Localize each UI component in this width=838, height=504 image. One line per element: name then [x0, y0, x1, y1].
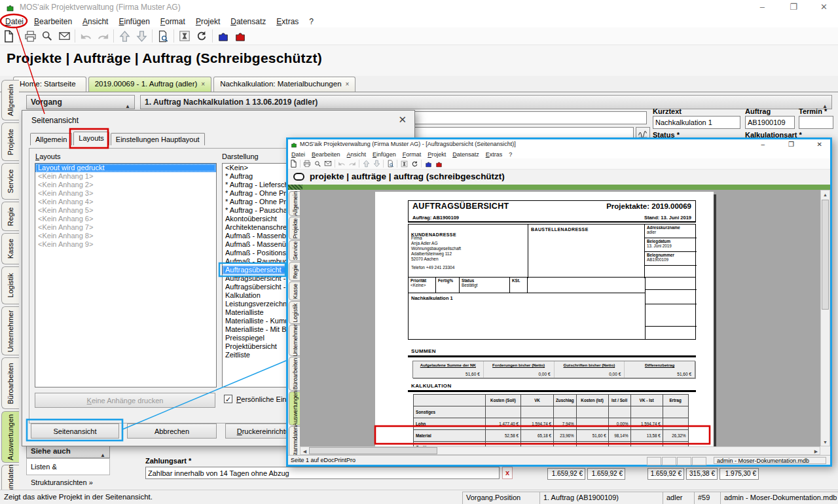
print-preview-icon[interactable] — [312, 159, 323, 168]
print-icon[interactable] — [302, 159, 312, 168]
new-document-icon[interactable] — [0, 29, 17, 43]
wait-icon[interactable] — [176, 29, 193, 43]
new-document-icon[interactable] — [288, 159, 299, 168]
refresh-icon[interactable] — [409, 159, 420, 168]
menu-item[interactable]: Ansicht — [344, 151, 370, 158]
listen-strukturansichten-link[interactable]: Listen & Strukturansichten » — [26, 458, 110, 475]
persoenliche-checkbox-label[interactable]: Persönliche Einst — [236, 395, 292, 403]
report-preview-icon[interactable] — [385, 159, 395, 168]
vorgang-panel-header[interactable]: Vorgang ▲ — [26, 95, 135, 109]
email-icon[interactable] — [56, 29, 73, 43]
plugin-blue-icon[interactable] — [423, 159, 433, 168]
layouts-list-item[interactable]: <Kein Anhang 9> — [35, 240, 216, 249]
dialog-tab[interactable]: Einstellungen Hauptlayout — [111, 133, 205, 145]
sidebar-tab[interactable]: Auswertungen — [289, 391, 301, 425]
sidebar-tab[interactable]: Auswertungen — [1, 411, 19, 463]
sidebar-tab[interactable]: Service — [289, 240, 301, 261]
layouts-list-item[interactable]: <Kein Anhang 5> — [35, 206, 216, 215]
sidebar-tab[interactable]: Logistik — [289, 301, 301, 324]
scroll-down-icon[interactable]: ▼ — [821, 438, 829, 446]
auftrag-input[interactable] — [745, 116, 795, 129]
scroll-up-icon[interactable]: ▲ — [821, 190, 829, 199]
plugin-red-icon[interactable] — [433, 159, 444, 168]
sidebar-tab[interactable]: Projekte — [1, 122, 19, 161]
layouts-list-item[interactable]: <Kein Anhang 4> — [35, 198, 216, 206]
scrollbar-thumb[interactable] — [309, 447, 437, 454]
menu-item[interactable]: Projekt — [424, 151, 449, 158]
sidebar-tab[interactable]: Kasse — [1, 233, 19, 264]
sidebar-tab[interactable]: Logistik — [1, 266, 19, 304]
menu-item[interactable]: ? — [304, 17, 319, 26]
layouts-list-item[interactable]: <Kein Anhang 3> — [35, 189, 216, 198]
layouts-list-item[interactable]: Layout wird gedruckt — [35, 164, 216, 172]
menu-item[interactable]: Datensatz — [225, 17, 271, 26]
horizontal-scrollbar[interactable]: ◀ ▶ — [300, 446, 820, 455]
keine-anhaenge-button[interactable]: Keine Anhänge drucken — [35, 393, 215, 408]
sidebar-tab[interactable]: Büroarbeiten — [1, 357, 19, 409]
termin-input[interactable] — [799, 116, 833, 129]
move-up-icon[interactable] — [361, 159, 371, 168]
menu-item[interactable]: Einfügen — [113, 17, 155, 26]
redo-icon[interactable] — [94, 29, 111, 43]
vertical-scrollbar[interactable]: ▲ ▼ — [820, 190, 830, 446]
sidebar-tab[interactable]: Büroarbeiten — [289, 357, 301, 391]
close-icon[interactable]: ✕ — [817, 141, 822, 148]
sidebar-tab[interactable]: Kasse — [289, 281, 301, 300]
layouts-list-item[interactable]: <Kein Anhang 7> — [35, 223, 216, 232]
layouts-list-item[interactable]: <Kein Anhang 6> — [35, 215, 216, 223]
tab-close-icon[interactable]: × — [346, 81, 350, 88]
sidebar-tab[interactable]: Allgemein — [1, 80, 19, 120]
delete-icon[interactable]: x — [502, 467, 513, 479]
document-tab[interactable]: Nachkalkulation: Materialbuchungen× — [213, 77, 355, 92]
menu-item[interactable]: ? — [505, 151, 515, 158]
menu-item[interactable]: Format — [399, 151, 425, 158]
sidebar-tab[interactable]: Unternehmer — [1, 306, 19, 355]
restore-icon[interactable]: ❐ — [788, 141, 794, 148]
menu-item[interactable]: Bearbeiten — [308, 151, 344, 158]
undo-icon[interactable] — [77, 29, 94, 43]
scrollbar-thumb[interactable] — [822, 200, 829, 310]
layouts-list-item[interactable]: <Kein Anhang 1> — [35, 172, 216, 181]
layouts-list-item[interactable]: <Kein Anhang 2> — [35, 181, 216, 189]
menu-item[interactable]: Datei — [288, 151, 308, 158]
menu-item[interactable]: Einfügen — [369, 151, 399, 158]
wait-icon[interactable] — [399, 159, 409, 168]
email-icon[interactable] — [323, 159, 333, 168]
menu-item[interactable]: Extras — [271, 17, 304, 26]
dialog-tab[interactable]: Layouts — [73, 132, 109, 145]
persoenliche-checkbox[interactable]: ✓ — [224, 395, 232, 403]
print-preview-icon[interactable] — [39, 29, 56, 43]
menu-item[interactable]: Datensatz — [449, 151, 483, 158]
layouts-list-item[interactable]: <Kein Anhang 8> — [35, 232, 216, 240]
sidebar-tab[interactable]: Regie — [289, 262, 301, 281]
plugin-blue-icon[interactable] — [215, 29, 232, 43]
tab-close-icon[interactable]: × — [201, 81, 205, 88]
sidebar-tab[interactable]: Unternehmer — [289, 325, 301, 356]
close-icon[interactable]: ✕ — [398, 114, 407, 126]
sidebar-tab[interactable]: Service — [1, 163, 19, 200]
plugin-red-icon[interactable] — [232, 29, 249, 43]
redo-icon[interactable] — [347, 159, 357, 168]
close-icon[interactable]: ✕ — [820, 2, 828, 12]
move-up-icon[interactable] — [116, 29, 133, 43]
menu-item[interactable]: Datei — [0, 17, 29, 26]
move-down-icon[interactable] — [371, 159, 382, 168]
menu-item[interactable]: Format — [155, 17, 191, 26]
sidebar-tab[interactable]: Regie — [1, 202, 19, 231]
siehe-auch-header[interactable]: Siehe auch ▲ — [26, 444, 110, 458]
menu-item[interactable]: Ansicht — [77, 17, 113, 26]
move-down-icon[interactable] — [133, 29, 150, 43]
minimize-icon[interactable]: – — [760, 2, 765, 12]
abbrechen-button[interactable]: Abbrechen — [127, 423, 217, 439]
order-group-header[interactable]: 1. Auftrag Nachkalkulation 1 13.06.2019 … — [140, 95, 832, 109]
sidebar-tab[interactable]: Allgemein — [289, 191, 301, 216]
minimize-icon[interactable]: – — [761, 141, 765, 148]
print-icon[interactable] — [22, 29, 39, 43]
sidebar-tab[interactable]: Stammdaten — [289, 426, 301, 457]
dialog-tab[interactable]: Allgemein — [30, 133, 72, 145]
undo-icon[interactable] — [337, 159, 347, 168]
document-tab[interactable]: Home: Startseite — [13, 77, 86, 92]
sidebar-tab[interactable]: Projekte — [289, 217, 301, 240]
layouts-listbox[interactable]: Layout wird gedruckt<Kein Anhang 1><Kein… — [35, 163, 217, 387]
seitenansicht-button[interactable]: Seitenansicht — [31, 423, 119, 439]
